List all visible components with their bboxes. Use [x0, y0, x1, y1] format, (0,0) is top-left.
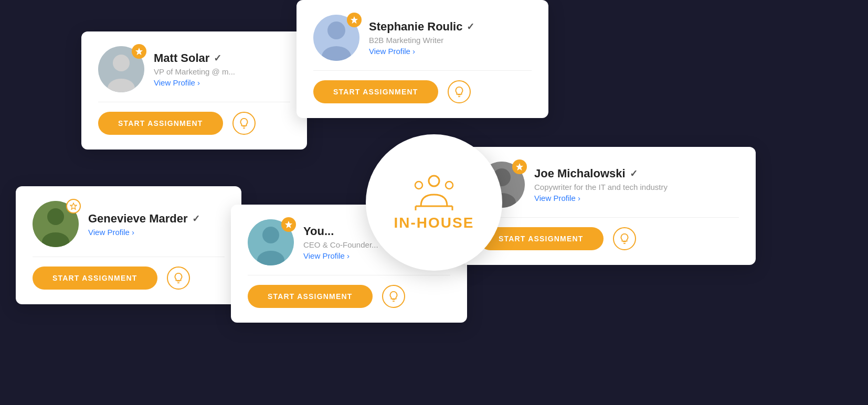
card-stephanie: Stephanie Roulic ✓ B2B Marketing Writer …	[297, 0, 548, 118]
svg-point-9	[47, 208, 64, 225]
svg-point-20	[429, 176, 439, 186]
svg-marker-7	[351, 16, 358, 24]
matt-name-text: Matt Solar	[154, 51, 209, 65]
svg-marker-11	[70, 203, 77, 209]
genevieve-start-assignment[interactable]: START ASSIGNMENT	[33, 267, 157, 290]
joe-start-assignment[interactable]: START ASSIGNMENT	[479, 227, 604, 250]
svg-marker-19	[516, 163, 523, 170]
stephanie-info: Stephanie Roulic ✓ B2B Marketing Writer …	[369, 20, 474, 56]
joe-name: Joe Michalowski ✓	[534, 167, 668, 180]
matt-name: Matt Solar ✓	[154, 51, 235, 65]
joe-title: Copywriter for the IT and tech industry	[534, 183, 668, 191]
matt-info: Matt Solar ✓ VP of Marketing @ m... View…	[154, 51, 235, 87]
svg-point-13	[262, 227, 279, 243]
matt-avatar-wrap	[98, 46, 144, 92]
you-name-text: You...	[303, 225, 334, 238]
inhouse-icon	[410, 174, 458, 210]
joe-bulb-button[interactable]	[613, 227, 636, 250]
matt-start-assignment[interactable]: START ASSIGNMENT	[98, 112, 223, 135]
stephanie-view-profile[interactable]: View Profile ›	[369, 47, 474, 56]
svg-marker-15	[285, 221, 292, 228]
genevieve-star-badge	[66, 199, 81, 214]
joe-divider	[479, 217, 739, 218]
genevieve-name: Genevieve Marder ✓	[88, 212, 200, 226]
svg-point-1	[113, 55, 130, 71]
you-view-profile[interactable]: View Profile ›	[303, 251, 378, 260]
stephanie-bulb-button[interactable]	[448, 80, 471, 103]
card-matt: Matt Solar ✓ VP of Marketing @ m... View…	[81, 31, 307, 150]
genevieve-view-profile[interactable]: View Profile ›	[88, 228, 200, 237]
joe-view-profile[interactable]: View Profile ›	[534, 194, 668, 202]
card-joe: Joe Michalowski ✓ Copywriter for the IT …	[462, 147, 756, 265]
svg-point-22	[446, 182, 453, 189]
you-title: CEO & Co-Founder...	[303, 240, 378, 249]
joe-verify-icon: ✓	[630, 168, 638, 179]
stephanie-star-badge	[347, 13, 362, 27]
matt-star-badge	[132, 44, 146, 59]
svg-point-21	[415, 182, 422, 189]
matt-title: VP of Marketing @ m...	[154, 67, 235, 76]
stephanie-name: Stephanie Roulic ✓	[369, 20, 474, 34]
svg-marker-3	[135, 48, 143, 55]
stephanie-start-assignment[interactable]: START ASSIGNMENT	[313, 80, 438, 103]
you-footer: START ASSIGNMENT	[248, 285, 450, 308]
genevieve-bulb-button[interactable]	[167, 267, 190, 290]
joe-name-text: Joe Michalowski	[534, 167, 626, 180]
scene: Matt Solar ✓ VP of Marketing @ m... View…	[0, 0, 868, 405]
matt-view-profile[interactable]: View Profile ›	[154, 78, 235, 87]
stephanie-avatar-wrap	[313, 15, 359, 61]
matt-footer: START ASSIGNMENT	[98, 112, 290, 135]
matt-divider	[98, 102, 290, 102]
you-avatar-wrap	[248, 219, 294, 265]
matt-bulb-button[interactable]	[232, 112, 256, 135]
you-bulb-button[interactable]	[382, 285, 405, 308]
you-info: You... CEO & Co-Founder... View Profile …	[303, 225, 378, 260]
matt-verify-icon: ✓	[214, 52, 221, 64]
stephanie-footer: START ASSIGNMENT	[313, 80, 532, 103]
inhouse-overlay: IN-HOUSE	[366, 134, 502, 271]
genevieve-divider	[33, 257, 225, 257]
stephanie-divider	[313, 70, 532, 71]
you-start-assignment[interactable]: START ASSIGNMENT	[248, 285, 373, 308]
joe-info: Joe Michalowski ✓ Copywriter for the IT …	[534, 167, 668, 202]
joe-star-badge	[512, 159, 527, 174]
joe-footer: START ASSIGNMENT	[479, 227, 739, 250]
you-name: You...	[303, 225, 378, 238]
you-star-badge	[281, 217, 296, 232]
genevieve-footer: START ASSIGNMENT	[33, 267, 225, 290]
svg-point-5	[327, 22, 345, 39]
genevieve-verify-icon: ✓	[192, 213, 200, 225]
genevieve-info: Genevieve Marder ✓ View Profile ›	[88, 212, 200, 237]
card-genevieve: Genevieve Marder ✓ View Profile › START …	[16, 186, 241, 304]
stephanie-title: B2B Marketing Writer	[369, 36, 474, 45]
stephanie-verify-icon: ✓	[467, 21, 474, 33]
genevieve-avatar-wrap	[33, 201, 79, 247]
inhouse-label: IN-HOUSE	[394, 215, 474, 231]
stephanie-name-text: Stephanie Roulic	[369, 20, 462, 34]
you-divider	[248, 275, 450, 275]
genevieve-name-text: Genevieve Marder	[88, 212, 188, 226]
